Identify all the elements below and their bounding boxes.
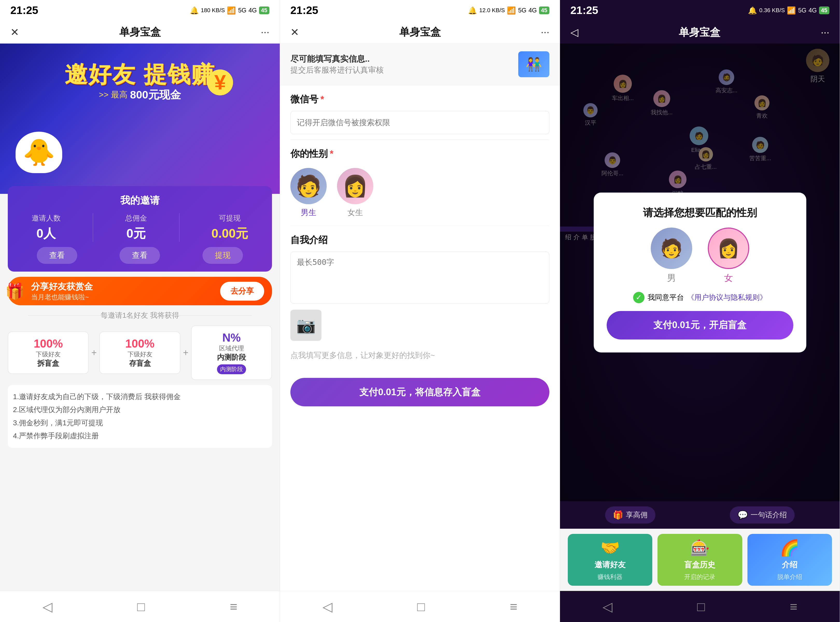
form-scroll: 尽可能填写真实信息.. 提交后客服将进行认真审核 👫 微信号 * 你的性别 *: [280, 44, 560, 591]
nav-recent-1[interactable]: ≡: [230, 599, 237, 614]
plus-icon-1: +: [91, 347, 97, 358]
more-info-text[interactable]: 点我填写更多信息，让对象更好的找到你~: [290, 346, 549, 365]
speed-text-3: 0.36 KB/S: [759, 7, 785, 14]
gender-male-option[interactable]: 🧑 男生: [290, 168, 327, 218]
yen-coin: ¥: [207, 69, 233, 95]
view-invite-btn[interactable]: 查看: [37, 247, 77, 264]
panel-invite: 21:25 🔔 180 KB/S 📶 5G 4G 45 ✕ 单身宝盒 ··· 邀…: [0, 0, 280, 622]
nav-back-2[interactable]: ◁: [322, 599, 332, 614]
banner-amount: 800元现金: [130, 88, 181, 102]
share-banner: 🎁 分享好友获赏金 当月老也能赚钱啦~ 去分享: [8, 277, 272, 305]
gender-modal-overlay: 请选择您想要匹配的性别 🧑 男 👩 女: [560, 44, 840, 501]
plus-icon-2: +: [183, 347, 188, 358]
intro-label: 自我介绍: [290, 234, 549, 247]
nav-home-3[interactable]: □: [697, 599, 705, 614]
intro-line-label: 一句话介绍: [751, 510, 787, 520]
modal-female-avatar: 👩: [708, 227, 749, 269]
history-card-sub: 开启的记录: [684, 573, 715, 581]
status-icons-2: 🔔 12.0 KB/S 📶 5G 4G 45: [468, 6, 549, 15]
reward-line1-1: 下级好友: [102, 350, 177, 358]
gender-female-option[interactable]: 👩 女生: [337, 168, 373, 218]
nav-home-1[interactable]: □: [137, 599, 145, 614]
nav-recent-3[interactable]: ≡: [790, 599, 797, 614]
intro-field: 自我介绍 📷 点我填写更多信息，让对象更好的找到你~: [280, 226, 560, 370]
battery-1: 45: [259, 6, 269, 14]
preview-text-group: 尽可能填写真实信息.. 提交后客服将进行认真审核: [290, 53, 384, 75]
nav-back-1[interactable]: ◁: [43, 599, 52, 614]
share-text-group: 分享好友获赏金 当月老也能赚钱啦~: [31, 281, 93, 302]
preview-emoji: 👫: [526, 57, 542, 72]
bottom-nav-3: ◁ □ ≡: [560, 591, 840, 622]
close-icon-3[interactable]: ◁: [570, 26, 579, 38]
more-icon-1[interactable]: ···: [261, 26, 269, 38]
banner-arrow-text: >> 最高: [99, 89, 127, 101]
withdraw-btn[interactable]: 提现: [203, 247, 243, 264]
page-title-1: 单身宝盒: [119, 25, 161, 39]
signal-icon-2: 4G: [249, 7, 257, 14]
reward-pct-1: 100%: [102, 337, 177, 350]
camera-icon: 📷: [296, 316, 316, 335]
agree-link[interactable]: 《用户协议与隐私规则》: [687, 293, 767, 302]
invite-stats-box: 我的邀请 邀请人数 0人 总佣金 0元 可提现 0.00元 查看: [8, 186, 272, 271]
feature-history[interactable]: 🎰 盲盒历史 开启的记录: [657, 534, 742, 586]
go-share-btn[interactable]: 去分享: [220, 282, 264, 300]
close-icon-1[interactable]: ✕: [11, 26, 19, 38]
submit-form-btn[interactable]: 支付0.01元，将信息存入盲盒: [290, 378, 549, 406]
nav-recent-2[interactable]: ≡: [510, 599, 517, 614]
feature-intro[interactable]: 🌈 介绍 脱单介绍: [747, 534, 832, 586]
invite-stats-row: 邀请人数 0人 总佣金 0元 可提现 0.00元: [15, 213, 264, 242]
bubble-world: 🧑 阴天 脱单介绍 👩 车出相... 🧔 高安志... 👨 汉平 👩 我找他..…: [560, 44, 840, 501]
intro-textarea[interactable]: [290, 252, 549, 303]
wifi-icon-2: 📶: [507, 6, 516, 15]
status-time-1: 21:25: [11, 4, 38, 17]
stat-value-2: 0.00元: [212, 225, 248, 242]
male-label: 男生: [301, 207, 316, 218]
stat-label-1: 总佣金: [125, 213, 147, 223]
close-icon-2[interactable]: ✕: [290, 26, 299, 38]
wechat-field: 微信号 *: [280, 85, 560, 139]
modal-male-label: 男: [667, 272, 676, 284]
status-bar-1: 21:25 🔔 180 KB/S 📶 5G 4G 45: [0, 0, 280, 21]
page-title-2: 单身宝盒: [399, 25, 441, 39]
feature-cards-row: 🤝 邀请好友 赚钱利器 🎰 盲盒历史 开启的记录 🌈 介绍 脱单介绍: [560, 529, 840, 591]
modal-male-option[interactable]: 🧑 男: [651, 227, 692, 284]
modal-pay-btn[interactable]: 支付0.01元，开启盲盒: [607, 311, 793, 340]
gender-field: 你的性别 * 🧑 男生 👩 女生: [280, 140, 560, 226]
status-bar-3: 21:25 🔔 0.36 KB/S 📶 5G 4G 45: [560, 0, 840, 21]
view-commission-btn[interactable]: 查看: [119, 247, 160, 264]
intro-card-title: 介绍: [782, 559, 797, 570]
reward-pct-0: 100%: [11, 337, 86, 350]
preview-illustration: 👫: [518, 51, 549, 77]
intro-card-sub: 脱单介绍: [777, 573, 802, 581]
nav-home-2[interactable]: □: [417, 599, 425, 614]
feature-invite[interactable]: 🤝 邀请好友 赚钱利器: [568, 534, 652, 586]
reward-card-0: 100% 下级好友 拆盲盒: [8, 331, 89, 374]
reward-cards-row: 100% 下级好友 拆盲盒 + 100% 下级好友 存盲盒 + N% 区域代理 …: [8, 326, 272, 380]
title-bar-2: ✕ 单身宝盒 ···: [280, 21, 560, 44]
hero-banner: 邀好友 提钱赚 >> 最高 800元现金 🐥 ¥: [0, 44, 280, 194]
more-icon-2[interactable]: ···: [541, 26, 549, 38]
modal-male-avatar: 🧑: [651, 227, 692, 269]
preview-main-text: 尽可能填写真实信息..: [290, 53, 384, 65]
rule-1: 2.区域代理仅为部分内测用户开放: [13, 403, 267, 416]
reward-line1-0: 下级好友: [11, 350, 86, 358]
panel-form: 21:25 🔔 12.0 KB/S 📶 5G 4G 45 ✕ 单身宝盒 ··· …: [280, 0, 560, 622]
stat-label-0: 邀请人数: [32, 213, 61, 223]
page-title-3: 单身宝盒: [679, 25, 720, 40]
nav-back-3[interactable]: ◁: [603, 599, 612, 614]
modal-female-emoji: 👩: [717, 238, 740, 259]
bottom-nav-1: ◁ □ ≡: [0, 591, 280, 622]
modal-female-option[interactable]: 👩 女: [708, 227, 749, 284]
male-emoji: 🧑: [296, 174, 321, 198]
gift-icon: 🎁: [5, 282, 24, 300]
tool-high-commission[interactable]: 🎁 享高佣: [605, 506, 655, 523]
tool-intro-line[interactable]: 💬 一句话介绍: [730, 506, 795, 523]
history-card-icon: 🎰: [690, 538, 710, 557]
wechat-input[interactable]: [290, 111, 549, 134]
stat-total-commission: 总佣金 0元: [125, 213, 147, 242]
agree-check-icon[interactable]: ✓: [633, 292, 645, 303]
photo-upload-placeholder[interactable]: 📷: [290, 310, 321, 341]
commission-icon: 🎁: [613, 510, 623, 520]
more-icon-3[interactable]: ···: [821, 26, 829, 38]
duck-illustration: 🐥: [15, 132, 67, 183]
